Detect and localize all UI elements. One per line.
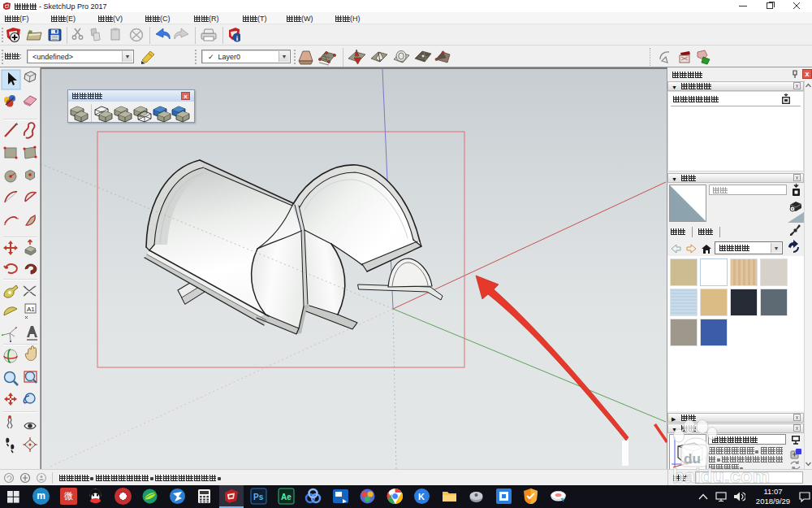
svg-text:K: K — [418, 492, 425, 501]
svg-text:A1: A1 — [27, 306, 35, 313]
svg-text:Ae: Ae — [281, 493, 292, 501]
svg-text:Ps: Ps — [253, 493, 264, 501]
